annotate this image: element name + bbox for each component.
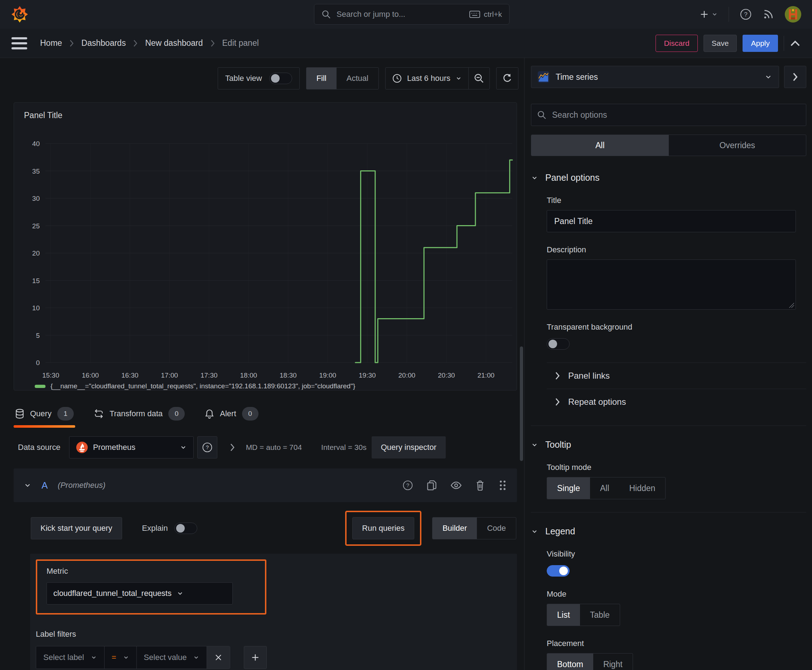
query-help-button[interactable]: ?	[402, 480, 413, 491]
chart-legend[interactable]: {__name__="cloudflared_tunnel_total_requ…	[35, 382, 517, 390]
delete-query-button[interactable]	[475, 480, 485, 491]
trash-icon	[475, 480, 485, 491]
grafana-logo-icon[interactable]	[11, 5, 29, 23]
legend-mode-table[interactable]: Table	[580, 604, 620, 626]
y-tick-label: 5	[36, 332, 40, 339]
chevron-down-icon[interactable]	[24, 481, 32, 489]
chevron-down-icon	[193, 654, 199, 661]
breadcrumb-new-dashboard[interactable]: New dashboard	[145, 38, 203, 48]
metric-picker[interactable]: cloudflared_tunnel_total_requests	[47, 582, 233, 604]
search-options-input[interactable]: Search options	[531, 104, 806, 126]
panel-links-expander[interactable]: Panel links	[547, 363, 806, 389]
help-button[interactable]: ?	[740, 8, 752, 20]
apply-button[interactable]: Apply	[742, 35, 778, 52]
chevron-right-icon	[69, 39, 74, 47]
legend-series-label[interactable]: {__name__="cloudflared_tunnel_total_requ…	[51, 382, 355, 390]
options-panel: Time series Search options All Overrides	[524, 58, 812, 670]
add-filter-button[interactable]	[244, 646, 267, 669]
time-range-label: Last 6 hours	[407, 74, 450, 83]
x-tick-label: 15:30	[42, 372, 59, 379]
search-input[interactable]: Search or jump to... ctrl+k	[314, 4, 509, 25]
avatar-image	[785, 6, 801, 22]
chevron-down-icon	[176, 590, 184, 597]
svg-text:?: ?	[406, 482, 409, 488]
run-queries-button[interactable]: Run queries	[352, 517, 414, 540]
time-series-chart[interactable]: 15:3016:0016:3017:0017:3018:0018:3019:00…	[17, 123, 514, 379]
collapse-header-button[interactable]	[790, 39, 800, 47]
visualization-picker[interactable]: Time series	[531, 66, 779, 88]
legend-placement-right[interactable]: Right	[593, 653, 632, 670]
remove-filter-button[interactable]	[207, 646, 230, 668]
news-button[interactable]	[763, 8, 774, 20]
breadcrumb-home[interactable]: Home	[40, 38, 62, 48]
legend-header[interactable]: Legend	[531, 526, 806, 536]
description-textarea[interactable]	[547, 259, 796, 310]
time-range-picker[interactable]: Last 6 hours	[386, 68, 468, 89]
toggle-options-pane-button[interactable]	[784, 66, 806, 88]
user-avatar[interactable]	[785, 6, 801, 22]
code-option[interactable]: Code	[477, 518, 516, 539]
query-builder-body: Metric cloudflared_tunnel_total_requests…	[30, 554, 517, 670]
transparent-background-toggle[interactable]	[547, 338, 570, 350]
main-area: Table view Fill Actual Last 6 hours	[0, 58, 524, 670]
tab-overrides[interactable]: Overrides	[669, 135, 806, 156]
breadcrumb-dashboards[interactable]: Dashboards	[81, 38, 125, 48]
svg-text:?: ?	[205, 444, 209, 450]
kick-start-query-button[interactable]: Kick start your query	[31, 517, 122, 540]
run-queries-highlight-box: Run queries	[345, 511, 421, 546]
tooltip-mode-hidden[interactable]: Hidden	[619, 477, 666, 499]
panel-title-input[interactable]: Panel Title	[547, 210, 796, 232]
legend-series-color	[35, 385, 46, 388]
plus-icon	[251, 653, 260, 662]
query-row-header[interactable]: A (Prometheus) ?	[14, 469, 517, 502]
builder-option[interactable]: Builder	[432, 518, 477, 539]
datasource-picker[interactable]: Prometheus	[69, 436, 194, 459]
query-options-summary[interactable]: MD = auto = 704 Interval = 30s	[246, 443, 367, 452]
query-inspector-button[interactable]: Query inspector	[371, 436, 446, 459]
refresh-button[interactable]	[496, 67, 519, 90]
time-series-icon	[538, 71, 549, 83]
legend-mode-list[interactable]: List	[547, 604, 580, 626]
visualization-panel[interactable]: Panel Title 15:3016:0016:3017:0017:3018:…	[14, 102, 517, 391]
datasource-help-button[interactable]: ?	[197, 436, 217, 459]
drag-handle[interactable]	[498, 480, 507, 491]
zoom-out-button[interactable]	[469, 68, 490, 89]
main-scrollbar[interactable]	[520, 347, 523, 461]
discard-button[interactable]: Discard	[656, 35, 697, 52]
legend-visibility-toggle[interactable]	[547, 565, 570, 577]
hide-query-button[interactable]	[450, 481, 462, 490]
operator-dropdown[interactable]: =	[105, 646, 137, 668]
keyboard-icon	[470, 10, 480, 18]
tab-query[interactable]: Query 1	[14, 401, 75, 428]
fill-option[interactable]: Fill	[307, 68, 337, 89]
help-icon: ?	[740, 8, 752, 20]
tab-all[interactable]: All	[531, 135, 669, 156]
panel-options-section: Panel options Title Panel Title Descript…	[531, 173, 806, 415]
select-value-dropdown[interactable]: Select value	[137, 646, 207, 668]
menu-toggle-button[interactable]	[12, 37, 27, 49]
explain-toggle[interactable]	[175, 523, 197, 534]
panel-options-header[interactable]: Panel options	[531, 173, 806, 183]
x-tick-label: 20:00	[398, 372, 416, 379]
legend-placement-bottom[interactable]: Bottom	[547, 653, 593, 670]
duplicate-query-button[interactable]	[427, 480, 437, 491]
legend-mode-control: List Table	[547, 604, 620, 626]
chevron-down-icon	[531, 441, 538, 448]
repeat-options-expander[interactable]: Repeat options	[547, 389, 806, 415]
tooltip-mode-single[interactable]: Single	[547, 477, 590, 499]
chevron-down-icon	[455, 75, 462, 81]
save-button[interactable]: Save	[704, 35, 737, 52]
panel-options-body: Title Panel Title Description Transparen…	[531, 196, 806, 415]
table-view-toggle[interactable]	[269, 73, 292, 84]
actual-option[interactable]: Actual	[337, 68, 378, 89]
tooltip-header[interactable]: Tooltip	[531, 440, 806, 450]
select-label-dropdown[interactable]: Select label	[36, 646, 105, 668]
query-options-expand-button[interactable]	[229, 443, 235, 452]
tooltip-mode-all[interactable]: All	[590, 477, 619, 499]
tab-alert[interactable]: Alert 0	[203, 401, 259, 428]
tab-transform-data[interactable]: Transform data 0	[92, 401, 186, 428]
add-new-button[interactable]	[699, 9, 718, 19]
legend-placement-control: Bottom Right	[547, 653, 633, 670]
y-tick-label: 20	[32, 249, 40, 257]
y-tick-label: 35	[32, 168, 40, 175]
